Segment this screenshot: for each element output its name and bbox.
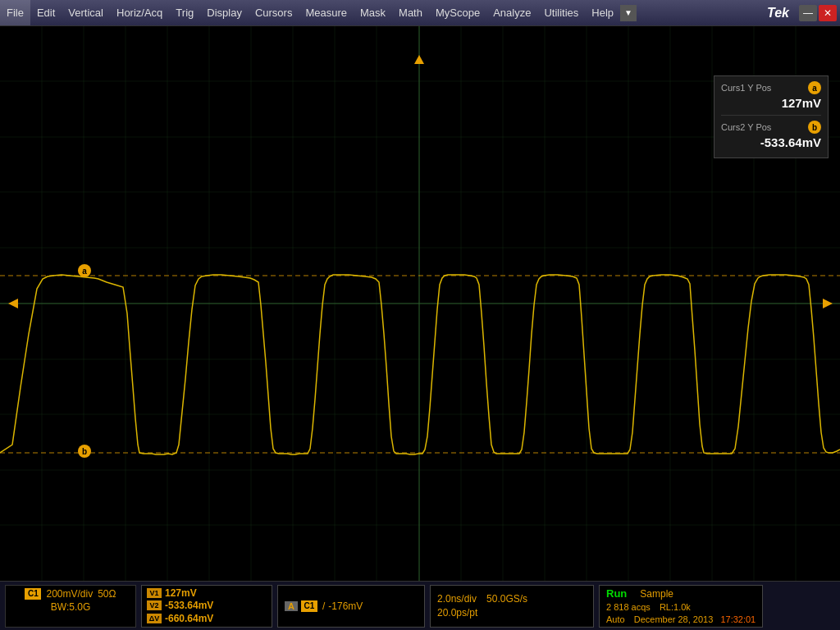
- trigger-panel[interactable]: A C1 / -176mV: [277, 585, 425, 628]
- dv-badge: ΔV: [147, 614, 162, 623]
- curs2-label: Curs2 Y Pos: [721, 122, 771, 132]
- v1-badge: V1: [147, 588, 162, 598]
- curs1-value: 127mV: [721, 96, 821, 110]
- minimize-button[interactable]: —: [799, 5, 817, 21]
- menu-trig[interactable]: Trig: [169, 0, 200, 25]
- trigger-ch-badge: C1: [301, 600, 317, 612]
- curs2-value: -533.64mV: [721, 135, 821, 149]
- run-mode: Auto: [606, 614, 625, 624]
- tek-logo: Tek: [759, 6, 797, 21]
- trigger-level: -176mV: [328, 600, 363, 612]
- menu-dropdown[interactable]: ▼: [620, 5, 637, 21]
- acq-count: 2 818 acqs: [606, 602, 651, 612]
- date-display: December 28, 2013: [634, 614, 714, 624]
- menu-math[interactable]: Math: [392, 0, 429, 25]
- cursor-info-box: Curs1 Y Pos a 127mV Curs2 Y Pos b -533.6…: [714, 75, 829, 158]
- menu-vertical[interactable]: Vertical: [62, 0, 110, 25]
- v1-row: V1 127mV: [147, 587, 267, 599]
- menu-cursors[interactable]: Cursors: [249, 0, 299, 25]
- menu-horiz-acq[interactable]: Horiz/Acq: [110, 0, 169, 25]
- timebase-panel[interactable]: 2.0ns/div 50.0GS/s 20.0ps/pt: [430, 585, 594, 628]
- run-info-panel[interactable]: Run Sample 2 818 acqs RL:1.0k Auto Decem…: [599, 585, 763, 628]
- curs2-row: Curs2 Y Pos b -533.64mV: [721, 121, 821, 149]
- curs1-label: Curs1 Y Pos: [721, 83, 771, 93]
- ch1-settings-panel[interactable]: C1 200mV/div 50Ω BW:5.0G: [5, 585, 136, 628]
- dv-value: -660.64mV: [165, 613, 222, 624]
- rl-info: RL:1.0k: [660, 602, 691, 612]
- ch1-bandwidth: BW:5.0G: [51, 601, 90, 613]
- menu-help[interactable]: Help: [585, 0, 620, 25]
- trigger-edge-symbol: /: [322, 600, 325, 612]
- curs2-badge: b: [808, 121, 821, 134]
- menu-display[interactable]: Display: [200, 0, 249, 25]
- menu-edit[interactable]: Edit: [30, 0, 62, 25]
- measurements-panel[interactable]: V1 127mV V2 -533.64mV ΔV -660.64mV: [141, 585, 272, 628]
- trigger-mode-badge: A: [285, 601, 298, 611]
- v1-value: 127mV: [165, 587, 222, 599]
- svg-text:b: b: [82, 447, 87, 456]
- curs1-row: Curs1 Y Pos a 127mV: [721, 81, 821, 110]
- curs1-badge: a: [808, 81, 821, 94]
- dv-row: ΔV -660.64mV: [147, 613, 267, 624]
- close-button[interactable]: ✕: [819, 5, 837, 21]
- menu-measure[interactable]: Measure: [299, 0, 354, 25]
- sample-type: Sample: [640, 588, 673, 600]
- time-display: 17:32:01: [720, 614, 756, 624]
- svg-text:a: a: [82, 267, 87, 276]
- ch1-impedance: 50Ω: [98, 588, 116, 600]
- ch1-badge: C1: [25, 588, 41, 600]
- pt-interval: 20.0ps/pt: [437, 607, 477, 619]
- run-status: Run: [606, 587, 627, 600]
- status-bar: C1 200mV/div 50Ω BW:5.0G V1 127mV V2 -53…: [0, 581, 840, 630]
- v2-row: V2 -533.64mV: [147, 600, 267, 611]
- ch1-volts-div: 200mV/div: [46, 588, 93, 600]
- time-div: 2.0ns/div: [437, 593, 477, 605]
- menu-mask[interactable]: Mask: [354, 0, 392, 25]
- menu-analyze[interactable]: Analyze: [486, 0, 537, 25]
- menu-utilities[interactable]: Utilities: [537, 0, 585, 25]
- v2-value: -533.64mV: [165, 600, 222, 611]
- title-bar: File Edit Vertical Horiz/Acq Trig Displa…: [0, 0, 840, 26]
- menu-file[interactable]: File: [0, 0, 30, 25]
- sample-rate: 50.0GS/s: [486, 593, 527, 605]
- oscilloscope-display: a b Curs1 Y Pos a 127mV Curs2 Y Pos b -5…: [0, 26, 840, 581]
- menu-myscope[interactable]: MyScope: [429, 0, 486, 25]
- trigger-info: A C1 / -176mV: [285, 600, 418, 612]
- v2-badge: V2: [147, 600, 162, 610]
